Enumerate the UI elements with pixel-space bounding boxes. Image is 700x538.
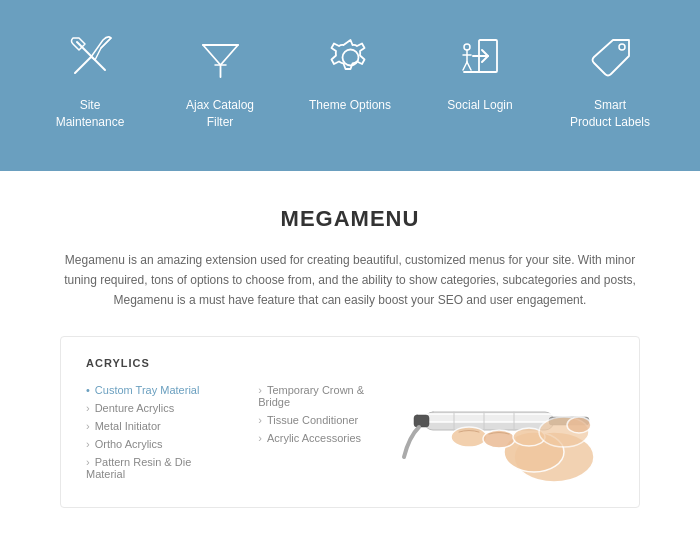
svg-point-14	[619, 44, 625, 50]
list-item: Acrylic Accessories	[258, 429, 394, 447]
features-icons-row: SiteMaintenance Ajax CatalogFilter Theme…	[0, 20, 700, 141]
list-item: Tissue Conditioner	[258, 411, 394, 429]
ajax-catalog-label: Ajax CatalogFilter	[186, 97, 254, 131]
svg-point-28	[567, 417, 591, 433]
menu-content: ACRYLICS Custom Tray Material Denture Ac…	[86, 357, 394, 483]
megamenu-description: Megamenu is an amazing extension used fo…	[60, 250, 640, 311]
megamenu-demo-box: ACRYLICS Custom Tray Material Denture Ac…	[60, 336, 640, 508]
feature-site-maintenance: SiteMaintenance	[25, 20, 155, 141]
list-item: Temporary Crown & Bridge	[258, 381, 394, 411]
megamenu-section: MEGAMENU Megamenu is an amazing extensio…	[0, 171, 700, 528]
feature-ajax-catalog: Ajax CatalogFilter	[155, 20, 285, 141]
list-item: Ortho Acrylics	[86, 435, 228, 453]
megamenu-title: MEGAMENU	[40, 206, 660, 232]
door-icon	[453, 30, 508, 85]
list-item: Pattern Resin & Die Material	[86, 453, 228, 483]
menu-column-2: Temporary Crown & Bridge Tissue Conditio…	[258, 381, 394, 483]
social-login-label: Social Login	[447, 97, 512, 114]
tag-icon	[583, 30, 638, 85]
smart-product-labels-label: SmartProduct Labels	[570, 97, 650, 131]
svg-point-9	[464, 44, 470, 50]
site-maintenance-label: SiteMaintenance	[56, 97, 125, 131]
gear-icon	[323, 30, 378, 85]
feature-smart-product-labels: SmartProduct Labels	[545, 20, 675, 141]
svg-line-0	[75, 57, 91, 73]
feature-social-login: Social Login	[415, 20, 545, 124]
theme-options-label: Theme Options	[309, 97, 391, 114]
filter-icon	[193, 30, 248, 85]
wrench-icon	[63, 30, 118, 85]
feature-theme-options: Theme Options	[285, 20, 415, 124]
menu-column-1: Custom Tray Material Denture Acrylics Me…	[86, 381, 228, 483]
list-item: Metal Initiator	[86, 417, 228, 435]
list-item: Custom Tray Material	[86, 381, 228, 399]
svg-rect-18	[424, 414, 554, 422]
svg-line-13	[467, 62, 471, 70]
blue-features-section: SiteMaintenance Ajax CatalogFilter Theme…	[0, 0, 700, 171]
list-item: Denture Acrylics	[86, 399, 228, 417]
menu-columns: Custom Tray Material Denture Acrylics Me…	[86, 381, 394, 483]
dental-tool-image	[394, 357, 614, 487]
svg-rect-20	[414, 415, 429, 427]
menu-category-title: ACRYLICS	[86, 357, 394, 369]
svg-line-12	[463, 62, 467, 70]
